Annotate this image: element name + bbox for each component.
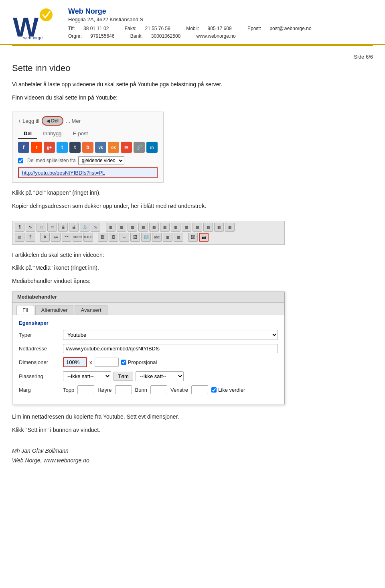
social-vk-icon[interactable]: vk [95, 142, 106, 153]
playlist-select[interactable]: gjeldende video [78, 156, 124, 165]
website-info: www.webnorge.no [197, 33, 236, 39]
social-linkedin-icon[interactable]: in [146, 142, 158, 153]
plassering-select-1[interactable]: --Ikke satt-- [63, 371, 111, 381]
tb-table9-icon[interactable]: ▦ [192, 223, 202, 232]
yt-social-icons: f r g+ t t b vk ok ✉ 🔗 in [18, 142, 158, 153]
dimensjoner-width-input[interactable] [63, 357, 87, 367]
marg-label: Marg [19, 387, 63, 393]
marg-venstre-label: Venstre [170, 387, 188, 393]
tb-arrow-icon[interactable]: ↔ [120, 233, 129, 242]
tom-button[interactable]: Tøm [113, 372, 133, 381]
tlf-info: Tlf: 38 01 11 02 [68, 26, 118, 31]
tb-table2-icon[interactable]: ▦ [117, 223, 126, 232]
proporsjonal-label: Proporsjonal [128, 359, 157, 365]
proporsjonal-checkbox[interactable] [121, 360, 126, 365]
plassering-select-2[interactable]: --Ikke satt-- [136, 371, 184, 381]
footer-company: Web Norge, www.webnorge.no [12, 456, 373, 466]
media-tab-avansert[interactable]: Avansert [75, 305, 107, 315]
dimensjoner-x: x [89, 359, 92, 365]
tb-table12-icon[interactable]: ▦ [225, 223, 235, 232]
tb-table-icon2[interactable]: ▦ [163, 233, 172, 242]
tb-table5-icon[interactable]: ▦ [149, 223, 159, 232]
playlist-label: Del med spillelisten fra [27, 158, 76, 163]
tb-rbc-icon[interactable]: R.B.C [83, 233, 93, 242]
yt-del-button[interactable]: ◀ Del [42, 116, 63, 126]
tb-media-icon[interactable]: 📷 [199, 233, 209, 242]
social-mail-icon[interactable]: ✉ [121, 142, 132, 153]
epost-info: Epost: post@webnorge.no [247, 26, 319, 31]
marg-topp-label: Topp [63, 387, 74, 393]
nettadresse-label: Nettadresse [19, 346, 63, 352]
svg-text:webnorge: webnorge [23, 35, 43, 40]
like-verdier-checkbox[interactable] [211, 387, 217, 393]
marg-bunn-input[interactable] [150, 385, 167, 394]
tb-img3-icon[interactable]: 🖼 [130, 233, 140, 242]
social-tumblr-icon[interactable]: t [69, 142, 81, 153]
tab-del[interactable]: Del [18, 129, 37, 139]
tb-table1-icon[interactable]: ▦ [106, 223, 116, 232]
social-link-icon[interactable]: 🔗 [134, 142, 145, 153]
tb-img2-icon[interactable]: 🖼 [109, 233, 118, 242]
marg-hoyre-input[interactable] [115, 385, 132, 394]
tb-paragraph2-icon[interactable]: ¶ [26, 233, 35, 242]
typer-label: Typer [19, 332, 63, 338]
tb-font-icon[interactable]: A [40, 233, 50, 242]
footer-name: Mh Jan Olav Bollmann [12, 446, 373, 456]
social-ok-icon[interactable]: ok [108, 142, 119, 153]
tb-block-icon[interactable]: ▤ [15, 233, 24, 242]
logo-area: W webnorge [12, 8, 56, 40]
social-reddit-icon[interactable]: r [31, 142, 42, 153]
tb-table7-icon[interactable]: ▦ [171, 223, 180, 232]
marg-topp-input[interactable] [77, 385, 94, 394]
bank-info: Bank: 30001062500 [130, 33, 189, 39]
social-twitter-icon[interactable]: t [57, 142, 68, 153]
tb-table6-icon[interactable]: ▦ [160, 223, 170, 232]
dimensjoner-controls: x Proporsjonal [63, 357, 157, 367]
tb-table-icon3[interactable]: ▦ [174, 233, 183, 242]
tb-ba-icon[interactable]: bₐ [91, 223, 100, 232]
svg-point-0 [40, 8, 53, 21]
tb-rrrr-icon[interactable]: RRRR [73, 233, 82, 242]
tb-anchor-icon[interactable]: ⚓ [80, 223, 89, 232]
instruction-1: Klikk på "Del" knappen" (ringet inn). [12, 188, 373, 197]
dimensjoner-height-input[interactable] [95, 358, 119, 367]
tb-pilcrow-icon[interactable]: ¶· [26, 223, 35, 232]
tb-table8-icon[interactable]: ▦ [182, 223, 191, 232]
social-blogger-icon[interactable]: b [82, 142, 93, 153]
page-header: W webnorge Web Norge Hegglia 2A, 4622 Kr… [0, 0, 385, 45]
playlist-checkbox[interactable] [18, 158, 23, 163]
tb-spacer2 [36, 233, 39, 242]
tb-abc-icon[interactable]: abc [152, 233, 162, 242]
media-tab-fil[interactable]: Fil [16, 305, 34, 315]
yt-url-box[interactable]: http://youtu.be/qesNtYIBDfs?list=PL [18, 167, 158, 178]
social-facebook-icon[interactable]: f [18, 142, 29, 153]
marg-venstre-input[interactable] [191, 385, 208, 394]
typer-select[interactable]: Youtube [63, 330, 278, 340]
typer-row: Typer Youtube [19, 330, 278, 340]
social-gplus-icon[interactable]: g+ [44, 142, 55, 153]
tb-fontA-icon[interactable]: AA [51, 233, 61, 242]
tb-img5-icon[interactable]: 🖼 [188, 233, 198, 242]
nettadresse-input[interactable] [63, 344, 278, 353]
tab-innbygg[interactable]: Innbygg [37, 129, 67, 139]
intro-text-1: Vi anbefaler å laste opp videoene du ska… [12, 80, 373, 89]
tb-quote-icon[interactable]: ❝❝ [62, 233, 71, 242]
tb-print-icon[interactable]: 🖨 [58, 223, 68, 232]
tb-img4-icon[interactable]: 🔡 [141, 233, 151, 242]
marg-bunn-label: Bunn [135, 387, 147, 393]
media-window-title: Mediabehandler [12, 291, 284, 303]
tb-img1-icon[interactable]: 🖼 [98, 233, 107, 242]
media-tab-alternativer[interactable]: Alternativer [35, 305, 74, 315]
tb-table10-icon[interactable]: ▦ [203, 223, 213, 232]
tb-spacer3 [94, 233, 97, 242]
nettadresse-row: Nettadresse [19, 344, 278, 353]
tb-box2-icon[interactable]: ▭ [47, 223, 57, 232]
tb-table4-icon[interactable]: ▦ [138, 223, 148, 232]
tb-box1-icon[interactable]: □ [36, 223, 46, 232]
tb-table3-icon[interactable]: ▦ [128, 223, 137, 232]
tb-print2-icon[interactable]: 🖨 [69, 223, 79, 232]
tab-epost[interactable]: E-post [67, 129, 94, 139]
instruction-5: Mediabehandler vinduet åpnes: [12, 277, 373, 285]
tb-paragraph-icon[interactable]: ¶ [15, 223, 24, 232]
tb-table11-icon[interactable]: ▦ [214, 223, 224, 232]
